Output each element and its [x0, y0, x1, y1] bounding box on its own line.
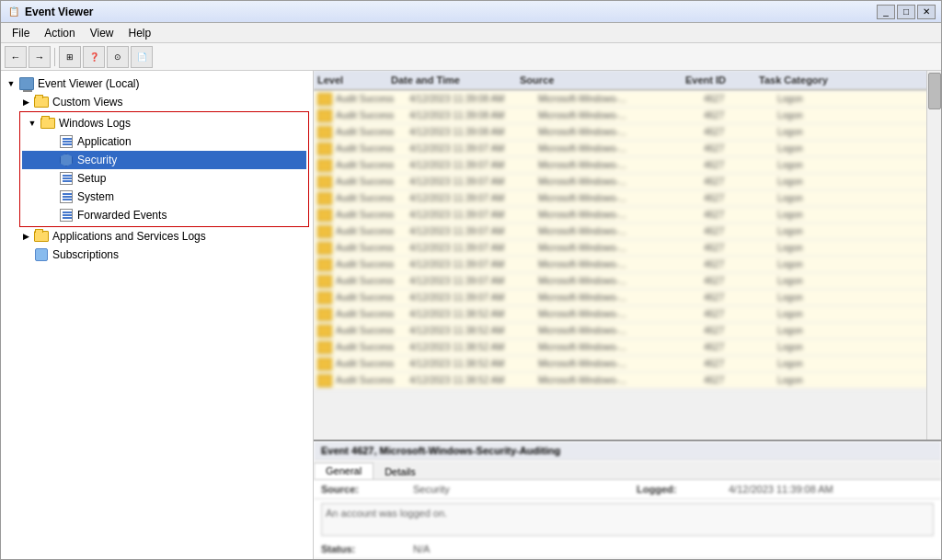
menu-file[interactable]: File [5, 25, 37, 41]
cell-datetime-6: 4/12/2023 11:39:07 AM [409, 193, 538, 203]
tree-item-setup[interactable]: Setup [22, 169, 306, 188]
tree-item-system[interactable]: System [22, 188, 306, 206]
cell-eventid-1: 4627 [704, 110, 777, 120]
cell-level-3: Audit Success [336, 143, 409, 154]
tree-item-subscriptions[interactable]: Subscriptions [1, 246, 313, 264]
tree-item-apps-services[interactable]: ▶ Applications and Services Logs [1, 227, 313, 246]
table-row[interactable]: Audit Success 4/12/2023 11:38:52 AM Micr… [314, 372, 941, 389]
tree-item-windows-logs[interactable]: ▼ Windows Logs [22, 114, 306, 132]
cell-level-1: Audit Success [336, 110, 409, 120]
tree-root[interactable]: ▼ Event Viewer (Local) [1, 74, 313, 93]
cell-category-14: Logon [777, 326, 869, 336]
tree-item-forwarded-events[interactable]: Forwarded Events [22, 206, 306, 224]
col-source: Source [520, 74, 685, 86]
tree-label-custom-views: Custom Views [52, 96, 122, 109]
event-icon-0 [317, 93, 332, 106]
menu-help[interactable]: Help [121, 25, 159, 41]
close-button[interactable]: ✕ [917, 5, 936, 19]
cell-level-6: Audit Success [336, 193, 409, 203]
cell-eventid-8: 4627 [704, 226, 777, 236]
table-row[interactable]: Audit Success 4/12/2023 11:39:07 AM Micr… [314, 141, 941, 157]
col-category: Task Category [759, 74, 851, 86]
tab-general[interactable]: General [314, 463, 373, 479]
table-row[interactable]: Audit Success 4/12/2023 11:39:08 AM Micr… [314, 108, 941, 124]
table-row[interactable]: Audit Success 4/12/2023 11:39:07 AM Micr… [314, 174, 941, 190]
cell-eventid-13: 4627 [704, 309, 777, 319]
scrollbar-thumb[interactable] [928, 73, 941, 109]
event-icon-2 [317, 126, 332, 139]
tab-details[interactable]: Details [373, 464, 427, 479]
maximize-button[interactable]: □ [897, 5, 915, 19]
expand-forwarded-icon [44, 209, 57, 222]
back-button[interactable]: ← [5, 46, 27, 68]
logged-value: 4/12/2023 11:39:08 AM [729, 484, 934, 495]
table-row[interactable]: Audit Success 4/12/2023 11:38:52 AM Micr… [314, 339, 941, 356]
table-row[interactable]: Audit Success 4/12/2023 11:39:07 AM Micr… [314, 223, 941, 240]
cell-category-12: Logon [777, 292, 869, 303]
minimize-button[interactable]: _ [877, 5, 895, 19]
cell-datetime-2: 4/12/2023 11:39:08 AM [409, 127, 538, 137]
table-row[interactable]: Audit Success 4/12/2023 11:39:07 AM Micr… [314, 240, 941, 257]
menu-action[interactable]: Action [37, 25, 82, 41]
cell-category-4: Logon [777, 160, 869, 170]
cell-level-8: Audit Success [336, 226, 409, 236]
cell-source-2: Microsoft-Windows-... [538, 127, 704, 137]
expand-custom-views-icon: ▶ [19, 96, 32, 109]
cell-eventid-15: 4627 [704, 342, 777, 352]
table-row[interactable]: Audit Success 4/12/2023 11:39:07 AM Micr… [314, 273, 941, 290]
table-row[interactable]: Audit Success 4/12/2023 11:39:07 AM Micr… [314, 257, 941, 273]
cell-datetime-5: 4/12/2023 11:39:07 AM [409, 177, 538, 187]
detail-tabs: General Details [314, 461, 941, 480]
table-row[interactable]: Audit Success 4/12/2023 11:39:08 AM Micr… [314, 91, 941, 108]
new-log-button[interactable]: 📄 [131, 46, 153, 68]
cell-category-6: Logon [777, 193, 869, 203]
event-list-container[interactable]: Level Date and Time Source Event ID Task… [314, 71, 941, 440]
tree-item-security[interactable]: Security [22, 151, 306, 169]
event-icon-10 [317, 258, 332, 271]
cell-category-3: Logon [777, 143, 869, 154]
table-row[interactable]: Audit Success 4/12/2023 11:39:08 AM Micr… [314, 124, 941, 141]
cell-eventid-11: 4627 [704, 276, 777, 286]
table-row[interactable]: Audit Success 4/12/2023 11:39:07 AM Micr… [314, 190, 941, 207]
properties-button[interactable]: ⊙ [107, 46, 129, 68]
table-row[interactable]: Audit Success 4/12/2023 11:38:52 AM Micr… [314, 356, 941, 372]
table-row[interactable]: Audit Success 4/12/2023 11:38:52 AM Micr… [314, 323, 941, 339]
table-row[interactable]: Audit Success 4/12/2023 11:38:52 AM Micr… [314, 306, 941, 323]
help-button[interactable]: ❓ [83, 46, 105, 68]
cell-level-0: Audit Success [336, 94, 409, 104]
cell-datetime-11: 4/12/2023 11:39:07 AM [409, 276, 538, 286]
event-icon-16 [317, 358, 332, 371]
cell-source-1: Microsoft-Windows-... [538, 110, 704, 120]
tree-label-system: System [77, 190, 114, 203]
table-row[interactable]: Audit Success 4/12/2023 11:39:07 AM Micr… [314, 290, 941, 306]
table-row[interactable]: Audit Success 4/12/2023 11:39:07 AM Micr… [314, 157, 941, 174]
show-hide-button[interactable]: ⊞ [59, 46, 81, 68]
window-title: Event Viewer [25, 6, 93, 18]
tree-item-custom-views[interactable]: ▶ Custom Views [1, 93, 313, 111]
right-panel: Level Date and Time Source Event ID Task… [314, 71, 941, 559]
description-text: An account was logged on. [326, 508, 447, 519]
menu-view[interactable]: View [83, 25, 121, 41]
cell-source-14: Microsoft-Windows-... [538, 326, 704, 336]
cell-eventid-16: 4627 [704, 359, 777, 369]
cell-level-5: Audit Success [336, 177, 409, 187]
folder-icon-custom-views [34, 95, 49, 109]
window-icon: 📋 [6, 5, 21, 19]
cell-source-15: Microsoft-Windows-... [538, 342, 704, 352]
event-icon-7 [317, 209, 332, 222]
scrollbar-area[interactable] [926, 71, 941, 440]
cell-category-10: Logon [777, 259, 869, 269]
table-row[interactable]: Audit Success 4/12/2023 11:39:07 AM Micr… [314, 207, 941, 223]
event-icon-9 [317, 242, 332, 255]
source-value: Security [413, 484, 618, 495]
cell-source-5: Microsoft-Windows-... [538, 177, 704, 187]
cell-category-13: Logon [777, 309, 869, 319]
cell-category-8: Logon [777, 226, 869, 236]
cell-source-3: Microsoft-Windows-... [538, 143, 704, 154]
cell-level-16: Audit Success [336, 359, 409, 369]
status-value: N/A [413, 543, 934, 554]
event-icon-4 [317, 159, 332, 172]
event-rows[interactable]: Audit Success 4/12/2023 11:39:08 AM Micr… [314, 91, 941, 440]
tree-item-application[interactable]: Application [22, 132, 306, 151]
forward-button[interactable]: → [29, 46, 51, 68]
